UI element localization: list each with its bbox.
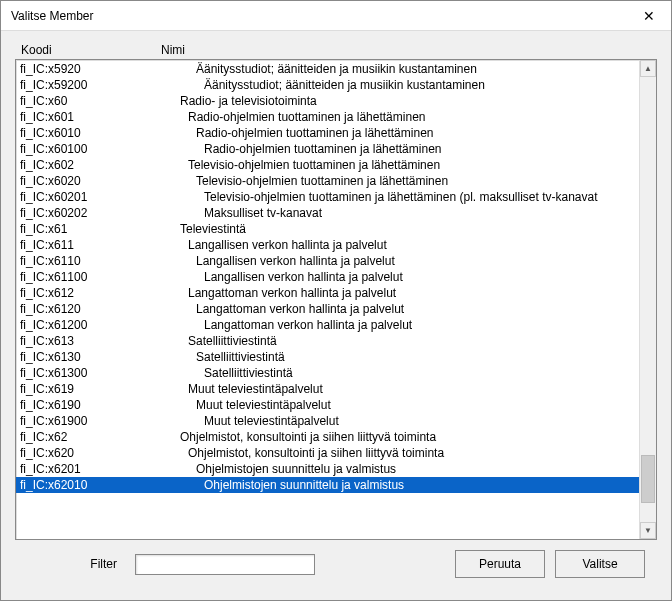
row-code: fi_IC:x6190	[20, 397, 160, 413]
table-row[interactable]: fi_IC:x6020Televisio-ohjelmien tuottamin…	[16, 173, 639, 189]
row-name: Muut televiestintäpalvelut	[160, 413, 639, 429]
table-row[interactable]: fi_IC:x61300Satelliittiviestintä	[16, 365, 639, 381]
table-row[interactable]: fi_IC:x611Langallisen verkon hallinta ja…	[16, 237, 639, 253]
table-row[interactable]: fi_IC:x6010Radio-ohjelmien tuottaminen j…	[16, 125, 639, 141]
row-name: Televisio-ohjelmien tuottaminen ja lähet…	[160, 189, 639, 205]
cancel-button[interactable]: Peruuta	[455, 550, 545, 578]
row-code: fi_IC:x612	[20, 285, 160, 301]
row-name: Langallisen verkon hallinta ja palvelut	[160, 269, 639, 285]
dialog-window: Valitse Member ✕ Koodi Nimi fi_IC:x5920Ä…	[0, 0, 672, 601]
row-name: Ohjelmistot, konsultointi ja siihen liit…	[160, 429, 639, 445]
table-row[interactable]: fi_IC:x613Satelliittiviestintä	[16, 333, 639, 349]
row-name: Langattoman verkon hallinta ja palvelut	[160, 285, 639, 301]
row-code: fi_IC:x61900	[20, 413, 160, 429]
table-row[interactable]: fi_IC:x60202Maksulliset tv-kanavat	[16, 205, 639, 221]
column-headers: Koodi Nimi	[15, 43, 657, 59]
header-nimi[interactable]: Nimi	[161, 43, 657, 57]
window-title: Valitse Member	[11, 9, 93, 23]
row-code: fi_IC:x620	[20, 445, 160, 461]
table-row[interactable]: fi_IC:x6110Langallisen verkon hallinta j…	[16, 253, 639, 269]
row-name: Radio-ohjelmien tuottaminen ja lähettämi…	[160, 125, 639, 141]
table-row[interactable]: fi_IC:x61200Langattoman verkon hallinta …	[16, 317, 639, 333]
filter-input[interactable]	[135, 554, 315, 575]
scrollbar[interactable]: ▲ ▼	[639, 60, 656, 539]
table-row[interactable]: fi_IC:x5920Äänitysstudiot; äänitteiden j…	[16, 61, 639, 77]
row-code: fi_IC:x6201	[20, 461, 160, 477]
row-code: fi_IC:x61	[20, 221, 160, 237]
row-name: Satelliittiviestintä	[160, 333, 639, 349]
row-name: Radio- ja televisiotoiminta	[160, 93, 639, 109]
close-icon: ✕	[643, 8, 655, 24]
row-code: fi_IC:x611	[20, 237, 160, 253]
table-row[interactable]: fi_IC:x612Langattoman verkon hallinta ja…	[16, 285, 639, 301]
row-code: fi_IC:x6130	[20, 349, 160, 365]
row-code: fi_IC:x601	[20, 109, 160, 125]
table-row[interactable]: fi_IC:x59200Äänitysstudiot; äänitteiden …	[16, 77, 639, 93]
table-row[interactable]: fi_IC:x62Ohjelmistot, konsultointi ja si…	[16, 429, 639, 445]
row-code: fi_IC:x619	[20, 381, 160, 397]
row-code: fi_IC:x61200	[20, 317, 160, 333]
table-row[interactable]: fi_IC:x6120Langattoman verkon hallinta j…	[16, 301, 639, 317]
row-code: fi_IC:x60100	[20, 141, 160, 157]
row-code: fi_IC:x59200	[20, 77, 160, 93]
row-name: Radio-ohjelmien tuottaminen ja lähettämi…	[160, 141, 639, 157]
row-code: fi_IC:x6120	[20, 301, 160, 317]
filter-label: Filter	[27, 557, 125, 571]
table-row[interactable]: fi_IC:x6130Satelliittiviestintä	[16, 349, 639, 365]
caret-down-icon: ▼	[644, 526, 652, 535]
row-code: fi_IC:x62	[20, 429, 160, 445]
row-code: fi_IC:x61100	[20, 269, 160, 285]
row-name: Langallisen verkon hallinta ja palvelut	[160, 237, 639, 253]
caret-up-icon: ▲	[644, 64, 652, 73]
table-row[interactable]: fi_IC:x620Ohjelmistot, konsultointi ja s…	[16, 445, 639, 461]
select-button[interactable]: Valitse	[555, 550, 645, 578]
header-koodi[interactable]: Koodi	[21, 43, 161, 57]
row-name: Satelliittiviestintä	[160, 365, 639, 381]
member-list[interactable]: fi_IC:x5920Äänitysstudiot; äänitteiden j…	[16, 60, 639, 539]
row-name: Satelliittiviestintä	[160, 349, 639, 365]
row-code: fi_IC:x6110	[20, 253, 160, 269]
row-name: Langattoman verkon hallinta ja palvelut	[160, 301, 639, 317]
table-row[interactable]: fi_IC:x60Radio- ja televisiotoiminta	[16, 93, 639, 109]
bottom-bar: Filter Peruuta Valitse	[15, 540, 657, 590]
scroll-down-button[interactable]: ▼	[640, 522, 656, 539]
close-button[interactable]: ✕	[626, 1, 671, 30]
row-name: Muut televiestintäpalvelut	[160, 381, 639, 397]
row-name: Ohjelmistojen suunnittelu ja valmistus	[160, 461, 639, 477]
table-row[interactable]: fi_IC:x61Televiestintä	[16, 221, 639, 237]
row-code: fi_IC:x6020	[20, 173, 160, 189]
row-name: Maksulliset tv-kanavat	[160, 205, 639, 221]
row-name: Radio-ohjelmien tuottaminen ja lähettämi…	[160, 109, 639, 125]
row-name: Televiestintä	[160, 221, 639, 237]
row-name: Muut televiestintäpalvelut	[160, 397, 639, 413]
row-code: fi_IC:x5920	[20, 61, 160, 77]
table-row[interactable]: fi_IC:x6201Ohjelmistojen suunnittelu ja …	[16, 461, 639, 477]
table-row[interactable]: fi_IC:x619Muut televiestintäpalvelut	[16, 381, 639, 397]
table-row[interactable]: fi_IC:x60100Radio-ohjelmien tuottaminen …	[16, 141, 639, 157]
titlebar[interactable]: Valitse Member ✕	[1, 1, 671, 31]
row-code: fi_IC:x60201	[20, 189, 160, 205]
row-name: Ohjelmistot, konsultointi ja siihen liit…	[160, 445, 639, 461]
row-name: Langallisen verkon hallinta ja palvelut	[160, 253, 639, 269]
scroll-up-button[interactable]: ▲	[640, 60, 656, 77]
row-name: Langattoman verkon hallinta ja palvelut	[160, 317, 639, 333]
table-row[interactable]: fi_IC:x60201Televisio-ohjelmien tuottami…	[16, 189, 639, 205]
row-name: Ohjelmistojen suunnittelu ja valmistus	[160, 477, 639, 493]
row-code: fi_IC:x62010	[20, 477, 160, 493]
table-row[interactable]: fi_IC:x61100Langallisen verkon hallinta …	[16, 269, 639, 285]
list-container: fi_IC:x5920Äänitysstudiot; äänitteiden j…	[15, 59, 657, 540]
table-row[interactable]: fi_IC:x62010Ohjelmistojen suunnittelu ja…	[16, 477, 639, 493]
row-code: fi_IC:x60202	[20, 205, 160, 221]
table-row[interactable]: fi_IC:x601Radio-ohjelmien tuottaminen ja…	[16, 109, 639, 125]
row-code: fi_IC:x613	[20, 333, 160, 349]
scroll-track[interactable]	[640, 77, 656, 522]
row-name: Televisio-ohjelmien tuottaminen ja lähet…	[160, 173, 639, 189]
scroll-thumb[interactable]	[641, 455, 655, 503]
table-row[interactable]: fi_IC:x61900Muut televiestintäpalvelut	[16, 413, 639, 429]
row-code: fi_IC:x61300	[20, 365, 160, 381]
table-row[interactable]: fi_IC:x602Televisio-ohjelmien tuottamine…	[16, 157, 639, 173]
table-row[interactable]: fi_IC:x6190Muut televiestintäpalvelut	[16, 397, 639, 413]
row-code: fi_IC:x602	[20, 157, 160, 173]
row-code: fi_IC:x60	[20, 93, 160, 109]
row-name: Äänitysstudiot; äänitteiden ja musiikin …	[160, 61, 639, 77]
